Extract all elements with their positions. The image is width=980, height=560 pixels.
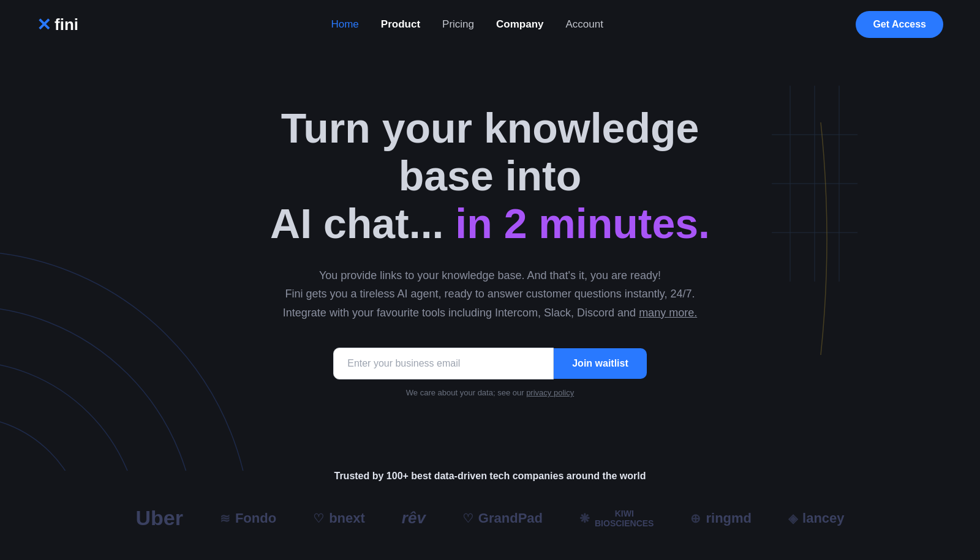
- decorative-lines: [772, 86, 858, 282]
- decorative-arcs: [0, 220, 282, 471]
- svg-point-3: [0, 306, 196, 471]
- logo-ringmd: ⊕ ringmd: [690, 510, 752, 526]
- fondo-icon: ≋: [220, 511, 230, 526]
- logo[interactable]: ✕ fini: [37, 15, 78, 35]
- hero-subtitle: You provide links to your knowledge base…: [283, 266, 697, 323]
- bnext-icon: ♡: [313, 511, 324, 526]
- svg-point-1: [0, 416, 86, 471]
- decorative-curve: [809, 122, 833, 355]
- logo-uber: Uber: [135, 506, 183, 530]
- nav-item-company[interactable]: Company: [496, 18, 543, 31]
- privacy-note: We care about your data; see our privacy…: [406, 388, 574, 397]
- logo-fondo: ≋ Fondo: [220, 510, 276, 526]
- logo-kiwi: ❋ KIWIBIOSCIENCES: [579, 509, 654, 528]
- navbar: ✕ fini Home Product Pricing Company Acco…: [0, 0, 980, 49]
- hero-section: Turn your knowledge base into AI chat...…: [0, 49, 980, 471]
- kiwi-icon: ❋: [579, 511, 590, 526]
- trusted-section: Trusted by 100+ best data-driven tech co…: [0, 471, 980, 560]
- nav-item-account[interactable]: Account: [566, 18, 603, 31]
- hero-title: Turn your knowledge base into AI chat...…: [239, 104, 741, 248]
- email-input[interactable]: [333, 348, 554, 379]
- get-access-button[interactable]: Get Access: [856, 11, 943, 38]
- join-waitlist-button[interactable]: Join waitlist: [554, 348, 647, 379]
- nav-links: Home Product Pricing Company Account: [331, 18, 603, 31]
- svg-point-2: [0, 361, 141, 471]
- ringmd-icon: ⊕: [690, 511, 701, 526]
- logo-bnext: ♡ bnext: [313, 510, 365, 526]
- logo-grandpad: ♡ GrandPad: [462, 510, 543, 526]
- logo-text: fini: [55, 15, 78, 34]
- logo-rev: rêv: [402, 509, 426, 528]
- email-form: Join waitlist: [333, 348, 647, 379]
- nav-item-pricing[interactable]: Pricing: [442, 18, 474, 31]
- lancey-icon: ◈: [788, 511, 797, 526]
- privacy-policy-link[interactable]: privacy policy: [526, 388, 574, 397]
- logo-lancey: ◈ lancey: [788, 510, 845, 526]
- logos-row: Uber ≋ Fondo ♡ bnext rêv ♡ GrandPad ❋ KI…: [0, 506, 980, 530]
- grandpad-icon: ♡: [462, 511, 473, 526]
- many-more-link[interactable]: many more.: [639, 307, 697, 319]
- svg-point-0: [0, 465, 37, 471]
- nav-item-home[interactable]: Home: [331, 18, 358, 31]
- svg-point-4: [0, 251, 251, 471]
- nav-item-product[interactable]: Product: [381, 18, 420, 31]
- trusted-title: Trusted by 100+ best data-driven tech co…: [0, 471, 980, 482]
- logo-icon: ✕: [37, 15, 51, 35]
